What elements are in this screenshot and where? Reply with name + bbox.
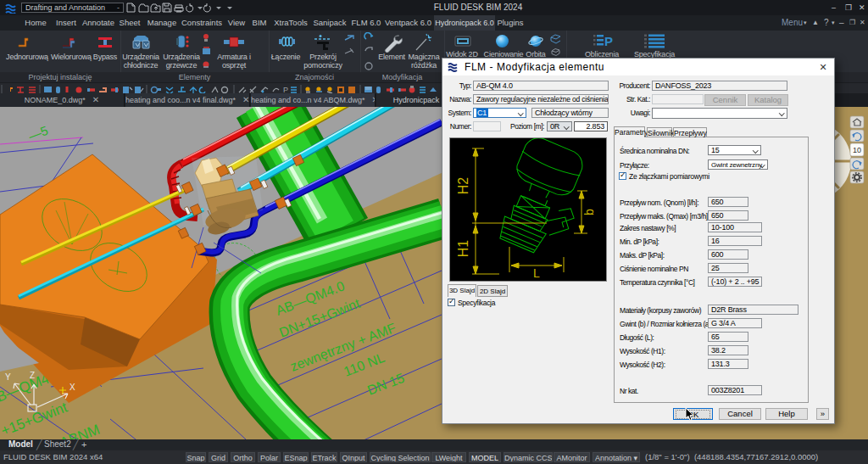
svg-text:Z: Z	[30, 371, 35, 380]
svg-text:X: X	[70, 383, 75, 392]
svg-text:10: 10	[853, 146, 861, 154]
svg-text:H1: H1	[456, 240, 470, 258]
svg-text:H2: H2	[456, 177, 470, 195]
svg-text:L: L	[533, 266, 540, 280]
svg-text:P: P	[604, 34, 613, 48]
svg-text:b: b	[582, 209, 596, 215]
svg-text:Y: Y	[5, 372, 11, 382]
